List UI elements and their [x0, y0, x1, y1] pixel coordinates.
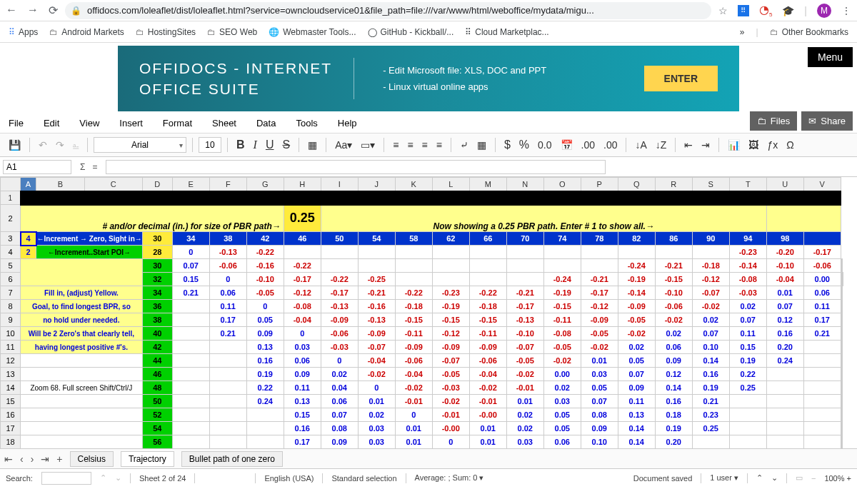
selection-mode[interactable]: Standard selection [331, 474, 396, 483]
profile-avatar[interactable]: M [817, 4, 831, 18]
zoom-up-icon[interactable]: ⌃ [756, 473, 763, 483]
bg-color-icon[interactable]: ▭▾ [358, 138, 378, 152]
forward-icon[interactable]: → [27, 4, 39, 17]
tab-first-icon[interactable]: ⇤ [4, 453, 13, 465]
zoom-level[interactable]: 100% + [824, 474, 851, 483]
italic-icon[interactable]: I [251, 137, 260, 153]
menu-button[interactable]: Menu [808, 47, 853, 67]
menu-tools[interactable]: Tools [296, 118, 317, 128]
menu-format[interactable]: Format [163, 118, 192, 128]
tab-add-icon[interactable]: + [56, 453, 62, 465]
tab-next-icon[interactable]: › [31, 453, 34, 465]
banner-text: - Edit Microsoft file: XLS, DOC and PPT … [383, 62, 615, 96]
sheet-tab-active[interactable]: Trajectory [121, 451, 174, 467]
function-icon[interactable]: ƒx [764, 138, 781, 152]
bookmark-folder[interactable]: 🗀SEO Web [207, 27, 257, 37]
sort-asc-icon[interactable]: ↓A [632, 138, 649, 152]
other-bookmarks[interactable]: 🗀Other Bookmarks [770, 27, 848, 37]
spreadsheet-grid[interactable]: A BCD EFG HIJ KLM NOP QRS TUV 1 2# and/o… [0, 177, 857, 448]
enter-button[interactable]: ENTER [644, 66, 718, 91]
number-icon[interactable]: 0.0 [535, 138, 554, 152]
folder-icon: 🗀 [757, 116, 766, 126]
sheet-tab[interactable]: Celsius [70, 451, 114, 467]
align-right-icon[interactable]: ≡ [419, 138, 431, 152]
redo-icon[interactable]: ↷ [53, 138, 67, 152]
bookmark-folder[interactable]: 🗀HostingSites [136, 27, 196, 37]
font-size-select[interactable]: 10 [199, 137, 221, 153]
paint-format-icon[interactable]: ⎁ [70, 138, 81, 152]
formula-input[interactable] [106, 160, 606, 174]
search-down-icon[interactable]: ⌄ [115, 473, 121, 483]
search-input[interactable] [41, 472, 91, 485]
text-style-icon[interactable]: Aa▾ [332, 138, 355, 152]
strike-icon[interactable]: S [279, 137, 293, 153]
currency-icon[interactable]: $ [501, 137, 513, 153]
font-color-icon[interactable]: ▦ [305, 138, 320, 152]
align-center-icon[interactable]: ≡ [404, 138, 416, 152]
bookmarks-overflow-icon[interactable]: » [740, 27, 745, 37]
image-icon[interactable]: 🖼 [746, 138, 761, 152]
sort-desc-icon[interactable]: ↓Z [653, 138, 670, 152]
merge-icon[interactable]: ▦ [474, 138, 489, 152]
menu-view[interactable]: View [79, 118, 99, 128]
language-status[interactable]: English (USA) [264, 474, 314, 483]
sum-icon[interactable]: Σ [80, 162, 85, 172]
reload-icon[interactable]: ⟳ [49, 4, 58, 17]
sheet-tabs: ⇤ ‹ › ⇥ + Celsius Trajectory Bullet path… [0, 448, 857, 468]
wrap-icon[interactable]: ⤶ [457, 138, 471, 152]
underline-icon[interactable]: U [263, 137, 277, 153]
menu-insert[interactable]: Insert [119, 118, 143, 128]
bookmark-item[interactable]: ⠿Cloud Marketplac... [465, 27, 548, 37]
menu-data[interactable]: Data [256, 118, 276, 128]
ad-banner: OFFIDOCS - INTERNET OFFICE SUITE - Edit … [118, 46, 739, 111]
toolbar: 💾 ↶ ↷ ⎁ Arial 10 B I U S ▦ Aa▾ ▭▾ ≡ ≡ ≡ … [0, 133, 857, 157]
mail-icon: ✉ [808, 116, 816, 126]
menu-help[interactable]: Help [338, 118, 357, 128]
zoom-out-icon[interactable]: − [811, 474, 816, 483]
font-select[interactable]: Arial [94, 137, 186, 153]
indent-inc-icon[interactable]: ⇥ [698, 138, 713, 152]
aggregate-status[interactable]: Average: ; Sum: 0 ▾ [415, 473, 484, 483]
search-up-icon[interactable]: ⌃ [100, 473, 106, 483]
percent-icon[interactable]: % [516, 137, 532, 153]
undo-icon[interactable]: ↶ [36, 138, 50, 152]
inc-decimal-icon[interactable]: .00 [578, 138, 598, 152]
zoom-down-icon[interactable]: ⌄ [771, 473, 778, 483]
date-icon[interactable]: 📅 [558, 138, 576, 152]
tab-prev-icon[interactable]: ‹ [20, 453, 24, 465]
ad-banner-wrap: OFFIDOCS - INTERNET OFFICE SUITE - Edit … [0, 43, 857, 113]
address-bar[interactable]: 🔒 offidocs.com/loleaflet/dist/loleaflet.… [65, 2, 711, 19]
status-bar: Search: ⌃ ⌄ Sheet 2 of 24 English (USA) … [0, 468, 857, 487]
extension-icon[interactable]: ⠿ [738, 5, 749, 16]
share-button[interactable]: ✉Share [801, 111, 853, 131]
zoom-fit-icon[interactable]: ▭ [796, 473, 803, 483]
align-left-icon[interactable]: ≡ [390, 138, 401, 152]
equals-icon[interactable]: = [92, 162, 97, 172]
formula-bar: A1 Σ = [0, 157, 857, 177]
menu-sheet[interactable]: Sheet [212, 118, 236, 128]
menu-file[interactable]: File [9, 118, 24, 128]
save-icon[interactable]: 💾 [6, 138, 24, 152]
user-count[interactable]: 1 user ▾ [710, 473, 738, 483]
bookmark-item[interactable]: ◯GitHub - Kickball/... [368, 27, 454, 37]
dec-decimal-icon[interactable]: .00 [601, 138, 620, 152]
tab-last-icon[interactable]: ⇥ [41, 453, 49, 465]
menu-edit[interactable]: Edit [44, 118, 59, 128]
apps-shortcut[interactable]: ⠿Apps [9, 27, 38, 37]
sheet-tab[interactable]: Bullet path of one zero [181, 451, 283, 467]
indent-dec-icon[interactable]: ⇤ [681, 138, 696, 152]
bookmark-item[interactable]: 🌐Webmaster Tools... [269, 27, 356, 37]
align-justify-icon[interactable]: ≡ [433, 138, 445, 152]
chart-icon[interactable]: 📊 [725, 138, 743, 152]
bookmark-folder[interactable]: 🗀Android Markets [49, 27, 124, 37]
back-icon[interactable]: ← [6, 4, 17, 17]
kebab-menu-icon[interactable]: ⋮ [841, 5, 851, 16]
extension-badge-icon[interactable]: ◔5 [759, 3, 772, 18]
cell-reference[interactable]: A1 [3, 160, 71, 174]
omega-icon[interactable]: Ω [783, 138, 796, 152]
bold-icon[interactable]: B [234, 137, 248, 153]
files-button[interactable]: 🗀Files [750, 111, 797, 131]
star-icon[interactable]: ☆ [718, 5, 728, 16]
column-headers[interactable]: A BCD EFG HIJ KLM NOP QRS TUV [1, 178, 843, 191]
graduation-icon[interactable]: 🎓 [782, 5, 794, 16]
